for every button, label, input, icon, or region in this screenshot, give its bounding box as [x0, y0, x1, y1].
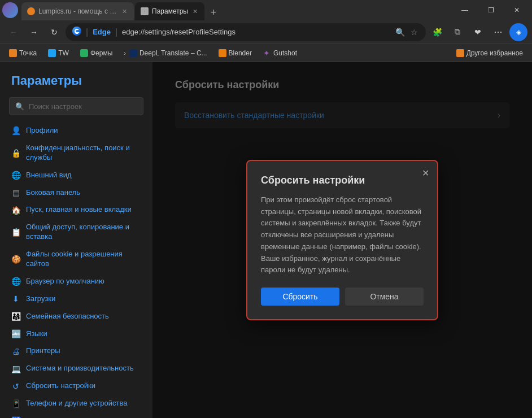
bookmark-tochka-label: Точка — [19, 49, 37, 57]
page-area: Сбросить настройки Восстановить стандарт… — [152, 62, 532, 418]
close-button[interactable]: ✕ — [504, 0, 530, 20]
dialog-close-button[interactable]: ✕ — [422, 168, 429, 178]
sidebar-phone-label: Телефон и другие устройства — [26, 399, 127, 408]
sidebar: Параметры 🔍 👤 Профили 🔒 Конфиденциальнос… — [0, 62, 152, 418]
sidebar-item-privacy[interactable]: 🔒 Конфиденциальность, поиск ислужбы — [0, 140, 152, 167]
sidebar-item-appearance[interactable]: 🌐 Внешний вид — [0, 167, 152, 184]
sidebar-privacy-label: Конфиденциальность, поиск ислужбы — [26, 143, 130, 163]
system-icon: 💻 — [11, 364, 20, 373]
edge-text: Edge — [93, 28, 111, 36]
sidebar-start-label: Пуск, главная и новые вкладки — [26, 205, 132, 215]
sidebar-item-family[interactable]: 👨‍👩‍👧 Семейная безопасность — [0, 308, 152, 325]
dialog-buttons: Сбросить Отмена — [261, 288, 424, 306]
reset-confirm-button[interactable]: Сбросить — [261, 288, 339, 306]
edge-logo — [72, 27, 81, 37]
copilot-button[interactable]: ◈ — [509, 23, 527, 41]
svg-point-0 — [144, 11, 146, 12]
refresh-button[interactable]: ↻ — [45, 23, 63, 41]
new-tab-button[interactable]: + — [206, 5, 221, 20]
bookmark-other-icon — [456, 49, 464, 57]
share-icon: 📋 — [11, 228, 20, 237]
bookmark-other[interactable]: Другое избранное — [452, 47, 527, 59]
start-icon: 🏠 — [11, 206, 20, 215]
bookmark-gutshot[interactable]: ✦ Gutshot — [259, 47, 302, 59]
bookmark-tw[interactable]: TW — [43, 47, 73, 59]
main-content: Параметры 🔍 👤 Профили 🔒 Конфиденциальнос… — [0, 62, 532, 418]
profile-avatar[interactable] — [2, 2, 18, 18]
search-icon[interactable]: 🔍 — [394, 27, 406, 38]
tab-favicon-settings — [141, 7, 149, 15]
sidebar-system-label: Система и производительность — [26, 364, 134, 373]
profiles-icon: 👤 — [11, 126, 20, 135]
favorites-button[interactable]: ❤ — [469, 23, 487, 41]
bookmark-tochka[interactable]: Точка — [5, 47, 41, 59]
address-text: edge://settings/resetProfileSettings — [122, 28, 390, 36]
sidebar-item-default-browser[interactable]: 🌐 Браузер по умолчанию — [0, 273, 152, 290]
tab-favicon-lumpics — [27, 7, 35, 15]
bookmark-deepl[interactable]: › DeepL Translate – С... — [119, 47, 211, 59]
titlebar: Lumpics.ru - помощь с компьют... ✕ Парам… — [0, 0, 532, 20]
sidebar-item-languages[interactable]: 🔤 Языки — [0, 325, 152, 343]
dialog-title: Сбросить настройки — [261, 175, 424, 186]
minimize-button[interactable]: — — [452, 0, 478, 20]
extensions-button[interactable]: 🧩 — [428, 23, 446, 41]
sidebar-item-accessibility[interactable]: ♿ Специальные возможности — [0, 412, 152, 418]
sidebar-item-start[interactable]: 🏠 Пуск, главная и новые вкладки — [0, 201, 152, 219]
dialog-body: При этом произойдёт сброс стартовой стра… — [261, 194, 424, 277]
bookmark-gutshot-label: Gutshot — [273, 49, 297, 57]
sidebar-item-printers[interactable]: 🖨 Принтеры — [0, 342, 152, 360]
reset-dialog: ✕ Сбросить настройки При этом произойдёт… — [246, 160, 438, 321]
tab-settings[interactable]: Параметры ✕ — [135, 2, 204, 20]
bookmark-tw-icon — [48, 49, 56, 57]
sidebar-item-system[interactable]: 💻 Система и производительность — [0, 360, 152, 377]
navbar-right: 🧩 ⧉ ❤ ··· ◈ — [428, 23, 527, 41]
tab-lumpics-close[interactable]: ✕ — [121, 7, 128, 16]
sidebar-item-phone[interactable]: 📱 Телефон и другие устройства — [0, 395, 152, 412]
address-bar[interactable]: | Edge | edge://settings/resetProfileSet… — [66, 23, 426, 41]
cookies-icon: 🍪 — [11, 255, 20, 264]
back-button[interactable]: ← — [5, 23, 23, 41]
bookmark-blender-label: Blender — [229, 49, 252, 57]
languages-icon: 🔤 — [11, 329, 20, 338]
split-button[interactable]: ⧉ — [448, 23, 466, 41]
appearance-icon: 🌐 — [11, 171, 20, 180]
tab-settings-label: Параметры — [152, 7, 188, 15]
sidebar-profiles-label: Профили — [26, 126, 58, 136]
forward-button[interactable]: → — [25, 23, 43, 41]
navbar: ← → ↻ | Edge | edge://settings/resetProf… — [0, 20, 532, 44]
sidebar-default-label: Браузер по умолчанию — [26, 277, 104, 286]
bookmark-other-label: Другое избранное — [466, 49, 523, 57]
svg-point-1 — [72, 27, 81, 36]
tabs-area: Lumpics.ru - помощь с компьют... ✕ Парам… — [21, 0, 452, 20]
tab-settings-close[interactable]: ✕ — [191, 7, 199, 16]
search-input[interactable] — [29, 102, 137, 111]
sidebar-item-cookies[interactable]: 🍪 Файлы cookie и разрешениясайтов — [0, 246, 152, 273]
bookmark-fermy[interactable]: Фермы — [76, 47, 117, 59]
sidebar-printers-label: Принтеры — [26, 346, 60, 356]
bookmark-deepl-arrow: › — [124, 50, 126, 56]
reset-icon: ↺ — [11, 382, 20, 391]
more-button[interactable]: ··· — [489, 23, 507, 41]
sidebar-languages-label: Языки — [26, 329, 47, 339]
sidebar-reset-label: Сбросить настройки — [26, 381, 95, 391]
sidebar-item-downloads[interactable]: ⬇ Загрузки — [0, 290, 152, 308]
sidebar-appearance-label: Внешний вид — [26, 171, 72, 180]
sidebar-item-sidebar[interactable]: ▤ Боковая панель — [0, 184, 152, 202]
downloads-icon: ⬇ — [11, 294, 20, 303]
bookmark-deepl-icon — [129, 49, 137, 57]
bookmark-gutshot-icon: ✦ — [263, 49, 270, 58]
tab-lumpics[interactable]: Lumpics.ru - помощь с компьют... ✕ — [21, 2, 134, 20]
phone-icon: 📱 — [11, 399, 20, 408]
bookmark-blender[interactable]: Blender — [214, 47, 256, 59]
sidebar-item-reset[interactable]: ↺ Сбросить настройки — [0, 377, 152, 395]
cancel-button[interactable]: Отмена — [345, 288, 424, 306]
sidebar-item-share[interactable]: 📋 Общий доступ, копирование ивставка — [0, 219, 152, 246]
default-browser-icon: 🌐 — [11, 277, 20, 286]
bookmarks-bar: Точка TW Фермы › DeepL Translate – С... … — [0, 44, 532, 62]
bookmark-fermy-icon — [80, 49, 88, 57]
sidebar-item-profiles[interactable]: 👤 Профили — [0, 122, 152, 140]
restore-button[interactable]: ❐ — [478, 0, 504, 20]
bookmark-fermy-label: Фермы — [90, 49, 112, 57]
sidebar-search[interactable]: 🔍 — [9, 97, 143, 115]
star-icon[interactable]: ☆ — [409, 27, 419, 38]
